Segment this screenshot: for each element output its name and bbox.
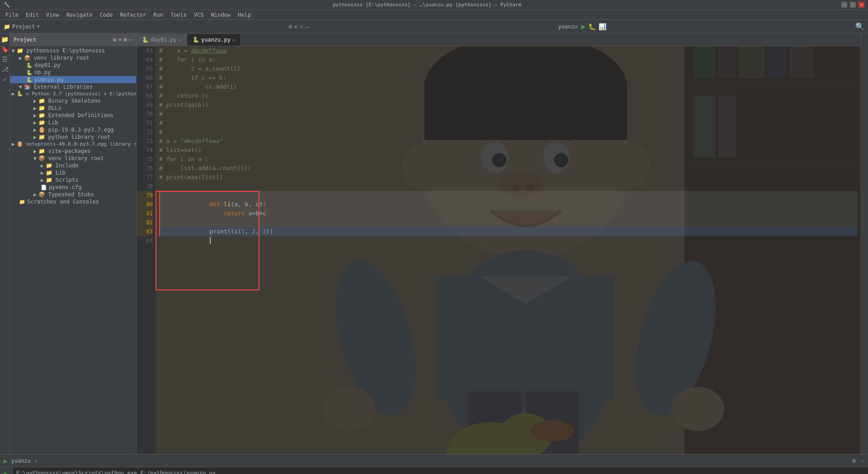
bookmark-icon-btn[interactable]: 🔖 xyxy=(1,45,9,53)
code-line-65: # c = a.count(i) xyxy=(159,64,857,73)
code-line-73: # a = "abcdeffaaa" xyxy=(159,137,857,146)
menu-navigate[interactable]: Navigate xyxy=(63,11,96,19)
line-numbers: 63 64 65 66 67 68 69 70 71 72 73 74 75 7… xyxy=(137,46,156,454)
sync-icon[interactable]: ⚡ xyxy=(300,23,303,30)
tree-expand-icon: ▶ xyxy=(33,113,37,118)
tree-expand-icon: ▶ xyxy=(41,177,44,183)
code-line-84 xyxy=(159,236,857,245)
run-button[interactable]: ▶ xyxy=(581,22,586,31)
search-everywhere-icon[interactable]: 🔍 xyxy=(855,22,864,31)
tree-expand-icon: ▶ xyxy=(33,148,37,154)
tree-item-include[interactable]: ▶ 📁 Include xyxy=(10,162,136,169)
tree-expand-icon: ▶ xyxy=(41,170,44,176)
code-line-82: print(li(1, 2, 3)) xyxy=(159,218,857,227)
menu-tools[interactable]: Tools xyxy=(167,11,190,19)
tab-label: yuanzu.py xyxy=(201,37,231,43)
tree-item-binary[interactable]: ▶ 📁 Binary Skeletons xyxy=(10,97,136,104)
editor-tabs: 🐍 day01.py ✕ 🐍 yuanzu.py ✕ xyxy=(137,33,861,46)
tree-item-python-lib[interactable]: ▶ 📁 python library root xyxy=(10,133,136,141)
right-scrollbar[interactable] xyxy=(863,33,867,454)
tab-yuanzu[interactable]: 🐍 yuanzu.py ✕ xyxy=(187,34,241,46)
toolbar: 📁 Project ▼ ⚙ + ⚡ — yuanzu ▶ 🐛 📊 🔍 xyxy=(0,20,868,33)
tree-expand-icon: ▶ xyxy=(41,163,44,169)
run-tab-close[interactable]: ✕ xyxy=(34,458,38,464)
tree-expand-icon: ▶ xyxy=(12,141,15,147)
tree-expand-icon: ▼ xyxy=(12,48,15,54)
tree-item-site-packages[interactable]: ▶ 📁 site-packages xyxy=(10,147,136,155)
run-play-btn[interactable]: ▶ xyxy=(2,469,11,474)
tree-item-lib[interactable]: ▶ 📁 Lib xyxy=(10,119,136,126)
maximize-button[interactable]: □ xyxy=(850,2,856,8)
tree-item-scripts[interactable]: ▶ 📁 Scripts xyxy=(10,176,136,184)
tree-item-label: 📦 Typeshed Stubs xyxy=(38,191,94,198)
run-tabs: ▶ yuanzu ✕ ⚙ — xyxy=(0,455,868,467)
tree-item-scratches[interactable]: 📁 Scratches and Consoles xyxy=(10,198,136,205)
close-button[interactable]: ✕ xyxy=(859,2,864,8)
project-icon-btn[interactable]: 📁 xyxy=(1,35,9,43)
tab-label: day01.py xyxy=(151,37,177,43)
minimize-panel-icon[interactable]: — xyxy=(305,23,309,30)
menu-code[interactable]: Code xyxy=(96,11,117,19)
tab-day01[interactable]: 🐍 day01.py ✕ xyxy=(137,34,187,46)
menu-help[interactable]: Help xyxy=(234,11,255,19)
minimize-button[interactable]: — xyxy=(841,2,847,8)
tree-item-lib2[interactable]: ▶ 📁 Lib xyxy=(10,169,136,176)
code-line-70: # xyxy=(159,109,857,118)
code-line-76: # list.add(a.count(i)) xyxy=(159,164,857,173)
code-content[interactable]: # a = abcdeffaaa # for i in a: # c = a.c… xyxy=(156,46,861,454)
menu-run[interactable]: Run xyxy=(150,11,167,19)
vcs-icon-btn[interactable]: ⎇ xyxy=(1,65,9,73)
code-editor[interactable]: 63 64 65 66 67 68 69 70 71 72 73 74 75 7… xyxy=(137,46,861,454)
tree-item-label: 📚 External Libraries xyxy=(24,84,93,90)
tree-item-python37[interactable]: ▶ 🐍 < Python 3.7 (pythonssss) > E:\pytho… xyxy=(10,90,136,97)
run-minimize-icon[interactable]: — xyxy=(861,458,864,464)
tab-close-icon[interactable]: ✕ xyxy=(179,38,181,43)
menu-vcs[interactable]: VCS xyxy=(190,11,208,19)
tree-expand-icon: ▶ xyxy=(33,98,37,104)
tree-item-label: pyvenv.cfg xyxy=(49,184,81,190)
tree-item-label: 📦 venv library root xyxy=(24,55,90,61)
menu-bar: File Edit View Navigate Code Refactor Ru… xyxy=(0,10,868,20)
menu-window[interactable]: Window xyxy=(208,11,234,19)
debug-button[interactable]: 🐛 xyxy=(588,23,596,30)
tree-item-setuptools[interactable]: ▶ 🥚 setuptools-40.8.0-py3.7.egg library … xyxy=(10,141,136,147)
tab-icon: 🐍 xyxy=(193,37,199,43)
tree-expand-icon: ▼ xyxy=(19,84,22,90)
project-layout-icon[interactable]: ⊞ xyxy=(123,36,127,43)
menu-edit[interactable]: Edit xyxy=(22,11,42,19)
tree-item-pip[interactable]: ▶ 🥚 pip-19.0.3-py3.7.egg xyxy=(10,126,136,133)
todo-icon-btn[interactable]: ✓ xyxy=(1,75,9,83)
file-icon: 🐍 xyxy=(26,77,33,83)
tree-item-label: 🥚 pip-19.0.3-py3.7.egg xyxy=(38,127,114,133)
tree-item-nb[interactable]: 🐍 nb.py xyxy=(10,69,136,76)
settings-icon[interactable]: ⚙ xyxy=(288,23,292,30)
tree-item-yuanzu[interactable]: 🐍 yuanzu.py xyxy=(10,76,136,83)
tree-item-venv2[interactable]: ▼ 📦 venv library root xyxy=(10,155,136,162)
tab-close-icon[interactable]: ✕ xyxy=(232,38,235,43)
tree-item-typeshed[interactable]: ▶ 📦 Typeshed Stubs xyxy=(10,191,136,198)
tree-item-ext-libs[interactable]: ▼ 📚 External Libraries xyxy=(10,83,136,90)
add-icon[interactable]: + xyxy=(294,23,297,30)
tree-item-label: 📁 Extended Definitions xyxy=(38,112,114,118)
tree-expand-icon: ▶ xyxy=(12,91,15,97)
tree-item-label: 🐍 < Python 3.7 (pythonssss) > E:\pythons… xyxy=(17,91,136,97)
menu-view[interactable]: View xyxy=(42,11,63,19)
structure-icon-btn[interactable]: ☰ xyxy=(1,55,9,63)
tree-item-extended[interactable]: ▶ 📁 Extended Definitions xyxy=(10,112,136,119)
project-minimize-icon[interactable]: — xyxy=(129,36,132,43)
tree-item-label: nb.py xyxy=(34,69,51,76)
tree-item-dlls[interactable]: ▶ 📁 DLLs xyxy=(10,104,136,112)
project-add-icon[interactable]: + xyxy=(118,36,122,43)
menu-refactor[interactable]: Refactor xyxy=(116,11,150,19)
tree-item-pyvenv[interactable]: 📄 pyvenv.cfg xyxy=(10,184,136,191)
project-settings-icon[interactable]: ⚙ xyxy=(113,36,117,43)
profile-button[interactable]: 📊 xyxy=(599,23,606,30)
tree-item-venv[interactable]: ▶ 📦 venv library root xyxy=(10,54,136,62)
tree-item-day01[interactable]: 🐍 day01.py xyxy=(10,62,136,69)
menu-file[interactable]: File xyxy=(2,11,22,19)
tab-icon: 🐍 xyxy=(142,37,149,43)
project-panel: Project ⚙ + ⊞ — ▼ 📁 pythonssss E:\python… xyxy=(10,33,137,454)
tree-item-root[interactable]: ▼ 📁 pythonssss E:\pythonssss xyxy=(10,47,136,54)
run-settings-icon[interactable]: ⚙ xyxy=(852,457,856,464)
window-title: pythonssss [E:\pythonssss] – …\yuanzu.py… xyxy=(13,2,841,8)
